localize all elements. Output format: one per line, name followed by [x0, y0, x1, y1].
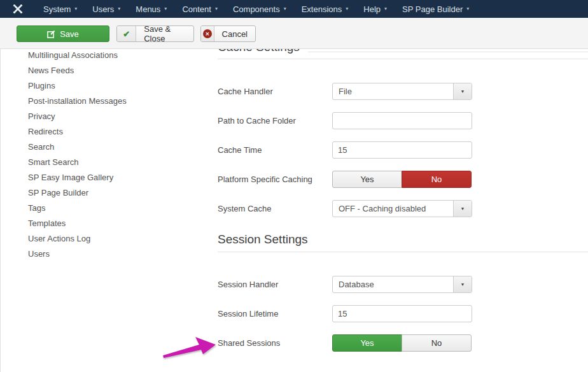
- platform-caching-yes-button[interactable]: Yes: [332, 171, 402, 188]
- cache-handler-label: Cache Handler: [218, 83, 327, 100]
- chevron-down-icon: ▼: [453, 201, 472, 217]
- sidebar-item-plugins[interactable]: Plugins: [0, 78, 218, 94]
- shared-sessions-no-button[interactable]: No: [402, 334, 472, 352]
- platform-specific-caching-toggle: Yes No: [332, 171, 472, 188]
- chevron-down-icon: ▾: [346, 6, 348, 11]
- sidebar-item-privacy[interactable]: Privacy: [0, 109, 218, 124]
- field-row-path-to-cache-folder: Path to Cache Folder: [218, 112, 588, 129]
- chevron-down-icon: ▾: [466, 6, 469, 11]
- menu-sp-page-builder-label: SP Page Builder: [402, 4, 463, 14]
- sidebar-item-users[interactable]: Users: [0, 247, 218, 262]
- system-cache-value: OFF - Caching disabled: [333, 201, 472, 217]
- menu-users-label: Users: [92, 4, 114, 14]
- shared-sessions-yes-button[interactable]: Yes: [332, 334, 402, 352]
- cache-time-label: Cache Time: [218, 141, 327, 159]
- chevron-down-icon: ▾: [118, 6, 120, 11]
- tabs-bottom-rule: [308, 52, 588, 52]
- chevron-down-icon: ▾: [384, 6, 387, 11]
- path-to-cache-folder-input[interactable]: [332, 112, 472, 129]
- cache-settings-rule: [218, 59, 588, 59]
- sidebar-item-smart-search[interactable]: Smart Search: [0, 155, 218, 170]
- sidebar-item-redirects[interactable]: Redirects: [0, 124, 218, 140]
- menu-users[interactable]: Users ▾: [85, 0, 128, 18]
- menu-help[interactable]: Help ▾: [356, 0, 395, 18]
- field-row-cache-time: Cache Time: [218, 141, 588, 159]
- sidebar-item-search[interactable]: Search: [0, 140, 218, 155]
- chevron-down-icon: ▾: [215, 6, 218, 11]
- menu-content[interactable]: Content ▾: [174, 0, 225, 18]
- menu-menus[interactable]: Menus ▾: [128, 0, 174, 18]
- chevron-down-icon: ▼: [453, 276, 472, 292]
- session-lifetime-label: Session Lifetime: [218, 305, 327, 322]
- save-button-label: Save: [60, 29, 79, 39]
- session-lifetime-input[interactable]: [332, 305, 472, 322]
- sidebar-item-sp-page-builder[interactable]: SP Page Builder: [0, 185, 218, 201]
- field-row-shared-sessions: Shared Sessions Yes No: [218, 334, 588, 352]
- chevron-down-icon: ▾: [164, 6, 167, 11]
- system-cache-select[interactable]: OFF - Caching disabled ▼: [332, 200, 472, 217]
- menu-components[interactable]: Components ▾: [225, 0, 294, 18]
- field-row-session-handler: Session Handler Database ▼: [218, 276, 588, 293]
- joomla-logo-glyph: [13, 4, 23, 14]
- menu-components-label: Components: [233, 4, 280, 14]
- cancel-circle-icon: ✕: [201, 26, 214, 41]
- menu-extensions-label: Extensions: [302, 4, 342, 14]
- menu-menus-label: Menus: [136, 4, 160, 14]
- path-to-cache-folder-label: Path to Cache Folder: [218, 112, 327, 129]
- field-row-platform-specific-caching: Platform Specific Caching Yes No: [218, 171, 588, 188]
- chevron-down-icon: ▾: [74, 6, 77, 11]
- joomla-admin-page: System ▾ Users ▾ Menus ▾ Content ▾ Compo…: [0, 0, 588, 372]
- cancel-button[interactable]: ✕ Cancel: [200, 25, 256, 42]
- sidebar-item-news-feeds[interactable]: News Feeds: [0, 63, 218, 78]
- session-handler-label: Session Handler: [218, 276, 327, 293]
- sidebar-item-templates[interactable]: Templates: [0, 216, 218, 231]
- system-cache-label: System Cache: [218, 200, 327, 217]
- settings-sidebar: Multilingual Associations News Feeds Plu…: [0, 48, 218, 262]
- left-edge-divider: [0, 49, 1, 372]
- joomla-logo-icon[interactable]: [0, 4, 36, 14]
- shared-sessions-toggle: Yes No: [332, 334, 472, 352]
- field-row-system-cache: System Cache OFF - Caching disabled ▼: [218, 200, 588, 217]
- platform-specific-caching-label: Platform Specific Caching: [218, 171, 327, 188]
- menu-sp-page-builder[interactable]: SP Page Builder ▾: [395, 0, 477, 18]
- sidebar-item-user-actions-log[interactable]: User Actions Log: [0, 231, 218, 247]
- session-settings-title: Session Settings: [218, 231, 308, 248]
- menu-help-label: Help: [363, 4, 381, 14]
- save-button[interactable]: Save: [17, 25, 109, 42]
- platform-caching-no-button[interactable]: No: [402, 171, 472, 188]
- field-row-session-lifetime: Session Lifetime: [218, 305, 588, 322]
- settings-form: Cache Settings Cache Handler File ▼ Path…: [218, 0, 588, 372]
- sidebar-item-post-installation-messages[interactable]: Post-installation Messages: [0, 94, 218, 109]
- save-and-close-button[interactable]: ✔ Save & Close: [116, 25, 194, 42]
- admin-navbar: System ▾ Users ▾ Menus ▾ Content ▾ Compo…: [0, 0, 588, 18]
- menu-system-label: System: [43, 4, 71, 14]
- menu-content-label: Content: [182, 4, 211, 14]
- check-icon: ✔: [117, 26, 136, 41]
- shared-sessions-label: Shared Sessions: [218, 334, 327, 352]
- session-handler-select[interactable]: Database ▼: [332, 276, 472, 293]
- menu-extensions[interactable]: Extensions ▾: [294, 0, 356, 18]
- edit-icon: [47, 30, 55, 38]
- session-settings-rule: [218, 252, 588, 252]
- sidebar-item-sp-easy-image-gallery[interactable]: SP Easy Image Gallery: [0, 170, 218, 185]
- menu-system[interactable]: System ▾: [36, 0, 85, 18]
- session-handler-value: Database: [333, 276, 472, 292]
- cache-time-input[interactable]: [332, 141, 472, 159]
- chevron-down-icon: ▼: [453, 83, 472, 99]
- cache-handler-select[interactable]: File ▼: [332, 83, 472, 100]
- field-row-cache-handler: Cache Handler File ▼: [218, 83, 588, 100]
- cache-handler-value: File: [333, 83, 472, 99]
- action-toolbar: Save ✔ Save & Close ✕ Cancel: [0, 18, 588, 49]
- chevron-down-icon: ▾: [284, 6, 286, 11]
- save-and-close-label: Save & Close: [136, 26, 193, 41]
- sidebar-item-tags[interactable]: Tags: [0, 201, 218, 216]
- cancel-label: Cancel: [214, 26, 255, 41]
- sidebar-item-multilingual-associations[interactable]: Multilingual Associations: [0, 48, 218, 63]
